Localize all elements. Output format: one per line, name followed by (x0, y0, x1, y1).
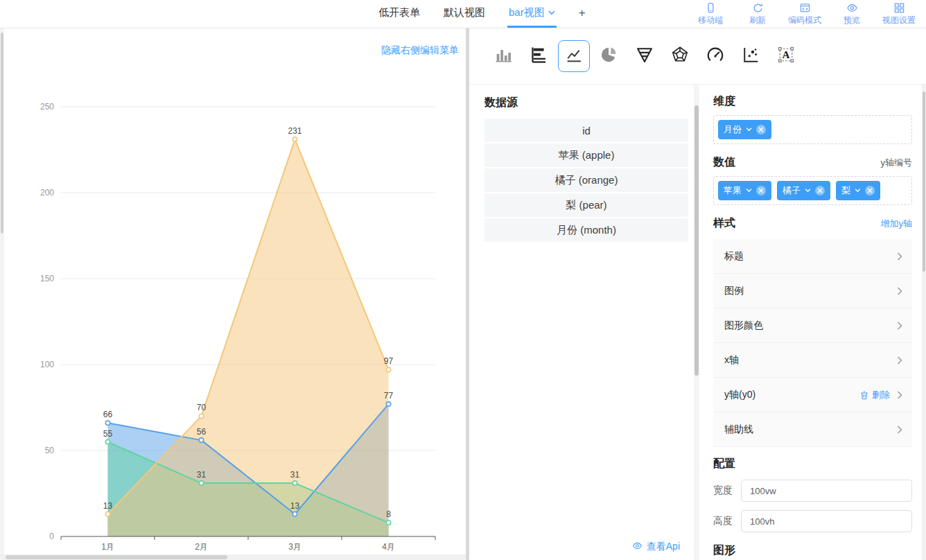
topbar-tools: 移动端刷新编码模式预览视图设置 (690, 0, 919, 28)
chart-type-radar-button[interactable] (664, 40, 696, 72)
svg-text:150: 150 (40, 274, 54, 283)
svg-text:97: 97 (384, 356, 394, 366)
bar-chart-icon (493, 45, 513, 67)
editor-body: 数据源 id苹果 (apple)橘子 (orange)梨 (pear)月份 (m… (469, 84, 926, 560)
预览-tool-button[interactable]: 预览 (832, 2, 872, 26)
view-tab-1[interactable]: 默认视图 (442, 0, 487, 28)
shape-title: 图形 (713, 543, 912, 558)
remove-tag-icon[interactable] (756, 186, 766, 195)
svg-text:250: 250 (40, 102, 54, 112)
datasource-field-3[interactable]: 梨 (pear) (484, 193, 688, 217)
chevron-down-icon[interactable] (805, 189, 811, 193)
datasource-field-0[interactable]: id (484, 119, 688, 142)
编码模式-tool-button[interactable]: 编码模式 (785, 2, 825, 26)
chevron-right-icon (897, 322, 902, 330)
tab-label: 默认视图 (444, 6, 485, 19)
editor-side: A 数据源 id苹果 (apple)橘子 (orange)梨 (pear)月份 … (469, 28, 926, 560)
chart-type-scatter-button[interactable] (735, 40, 767, 72)
pie-chart-icon (600, 45, 619, 67)
datasource-field-4[interactable]: 月份 (month) (484, 218, 688, 242)
tool-label: 移动端 (698, 15, 723, 26)
chart-type-bar-button[interactable] (487, 40, 519, 72)
datasource-panel: 数据源 id苹果 (apple)橘子 (orange)梨 (pear)月份 (m… (469, 85, 694, 560)
style-item-list: 标题图例图形颜色x轴y轴(y0)删除辅助线 (713, 239, 912, 447)
view-api-label: 查看Api (647, 541, 680, 553)
chart-type-pie-button[interactable] (593, 40, 625, 72)
view-tab-2[interactable]: bar视图 (507, 0, 557, 28)
style-item-label: 辅助线 (724, 423, 753, 436)
hide-right-menu-link[interactable]: 隐藏右侧编辑菜单 (381, 44, 459, 57)
chevron-right-icon (897, 252, 902, 261)
移动端-tool-button[interactable]: 移动端 (690, 2, 731, 26)
refresh-icon (752, 2, 764, 14)
style-item-label: 图形颜色 (724, 320, 763, 332)
style-item-0[interactable]: 标题 (713, 239, 912, 274)
height-input[interactable] (741, 510, 912, 532)
add-view-tab[interactable]: + (577, 0, 587, 28)
svg-text:70: 70 (197, 403, 207, 412)
remove-tag-icon[interactable] (865, 186, 875, 195)
value-drop-zone[interactable]: 苹果橘子梨 (713, 176, 912, 205)
width-label: 宽度 (713, 484, 734, 497)
chart-type-toolbar: A (469, 28, 926, 84)
add-y-axis-link[interactable]: 增加y轴 (881, 218, 913, 230)
dimension-tag-0[interactable]: 月份 (718, 120, 771, 139)
style-title: 样式 (713, 216, 735, 231)
config-title: 配置 (713, 457, 912, 471)
left-vertical-scrollbar[interactable] (0, 28, 4, 560)
chevron-right-icon (897, 356, 902, 365)
config-panel-scrollbar[interactable] (922, 85, 926, 560)
funnel-chart-icon (635, 45, 654, 67)
svg-text:55: 55 (103, 429, 113, 439)
chart-type-funnel-button[interactable] (629, 40, 661, 72)
svg-text:50: 50 (45, 446, 55, 455)
chevron-right-icon (897, 391, 902, 399)
value-tag-0[interactable]: 苹果 (718, 181, 771, 200)
middle-panel-scrollbar[interactable] (694, 85, 699, 560)
delete-y-axis-button[interactable]: 删除 (859, 389, 890, 401)
svg-text:3月: 3月 (288, 542, 302, 552)
chevron-down-icon[interactable] (855, 189, 861, 193)
preview-icon (846, 2, 858, 14)
main-content: 隐藏右侧编辑菜单 6656137755313181370231971月2月3月4… (0, 28, 926, 560)
bottom-horizontal-scrollbar[interactable] (0, 554, 466, 560)
chevron-down-icon[interactable] (746, 189, 752, 193)
chevron-right-icon (897, 287, 902, 295)
视图设置-tool-button[interactable]: 视图设置 (879, 2, 919, 26)
trash-icon (859, 390, 869, 400)
chevron-down-icon[interactable] (746, 128, 752, 132)
remove-tag-icon[interactable] (756, 125, 766, 134)
chart-type-text-button[interactable]: A (770, 40, 802, 72)
remove-tag-icon[interactable] (815, 186, 825, 195)
chart-type-gauge-button[interactable] (699, 40, 731, 72)
style-item-label: 图例 (724, 285, 744, 297)
svg-text:A: A (783, 49, 790, 60)
dimension-title: 维度 (713, 94, 912, 109)
svg-text:13: 13 (290, 501, 300, 511)
style-item-4[interactable]: y轴(y0)删除 (713, 378, 912, 412)
chart-type-line-button[interactable] (558, 40, 590, 72)
style-item-5[interactable]: 辅助线 (713, 412, 912, 447)
tag-label: 梨 (841, 184, 850, 197)
mobile-icon (705, 2, 717, 14)
svg-text:200: 200 (40, 188, 54, 198)
tag-label: 月份 (724, 123, 742, 136)
datasource-field-2[interactable]: 橘子 (orange) (484, 168, 688, 192)
style-item-3[interactable]: x轴 (713, 343, 912, 378)
width-input[interactable] (741, 480, 912, 502)
刷新-tool-button[interactable]: 刷新 (737, 2, 778, 26)
line-area-chart: 6656137755313181370231971月2月3月4月05010015… (0, 28, 466, 560)
view-api-link[interactable]: 查看Api (632, 541, 688, 553)
value-tag-2[interactable]: 梨 (836, 181, 880, 200)
svg-text:77: 77 (384, 391, 394, 401)
value-tag-1[interactable]: 橘子 (777, 181, 830, 200)
style-item-1[interactable]: 图例 (713, 274, 912, 308)
datasource-field-1[interactable]: 苹果 (apple) (484, 143, 688, 167)
style-item-2[interactable]: 图形颜色 (713, 308, 912, 343)
chart-type-horizontal-bar-button[interactable] (523, 40, 554, 72)
dimension-drop-zone[interactable]: 月份 (713, 115, 912, 144)
view-tab-0[interactable]: 低开表单 (377, 0, 421, 28)
svg-text:1月: 1月 (101, 542, 114, 552)
top-bar: 低开表单默认视图bar视图+ 移动端刷新编码模式预览视图设置 (0, 0, 926, 28)
chart-preview-panel: 隐藏右侧编辑菜单 6656137755313181370231971月2月3月4… (0, 28, 466, 560)
